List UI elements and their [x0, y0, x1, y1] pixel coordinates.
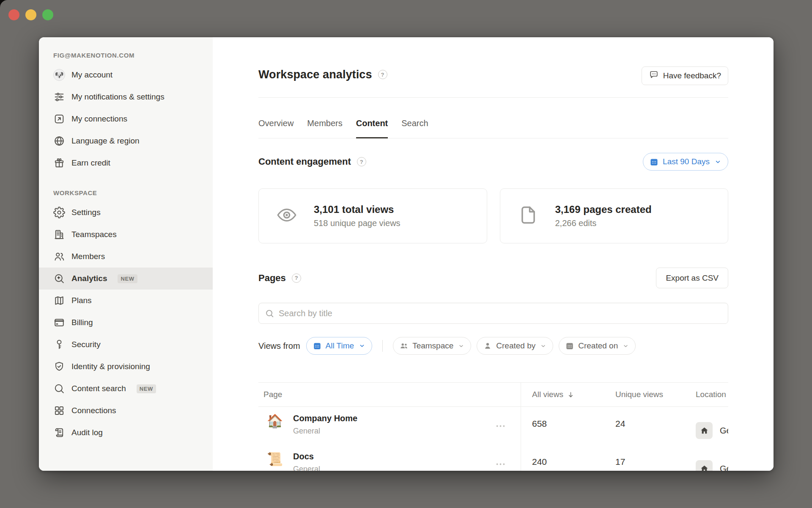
analytics-tabs: Overview Members Content Search [258, 98, 728, 138]
people-icon [399, 341, 409, 351]
eye-icon [276, 204, 298, 228]
chevron-down-icon [458, 343, 464, 349]
search-input[interactable] [279, 309, 722, 318]
page-subtitle: General [293, 465, 320, 471]
page-title-cell[interactable]: Docs [293, 451, 320, 462]
sidebar-item-my-connections[interactable]: My connections [39, 108, 213, 130]
help-icon[interactable]: ? [378, 70, 387, 79]
sidebar-item-analytics[interactable]: Analytics NEW [39, 268, 213, 290]
calendar-icon [649, 157, 659, 167]
unique-views-value: 17 [615, 445, 696, 471]
location-name: General [720, 426, 728, 436]
search-icon [53, 383, 65, 395]
chevron-down-icon [540, 343, 546, 349]
pages-created-value: 3,169 pages created [555, 204, 652, 215]
feedback-bubble-icon [649, 70, 659, 82]
building-icon [53, 229, 65, 240]
zoom-window-button[interactable] [42, 9, 53, 20]
person-icon [483, 341, 492, 351]
chevron-down-icon [359, 342, 365, 349]
settings-window: FIG@MAKENOTION.COM 🐶 My account My notif… [39, 37, 774, 471]
sidebar-item-content-search[interactable]: Content search NEW [39, 378, 213, 400]
sidebar-item-teamspaces[interactable]: Teamspaces [39, 224, 213, 246]
more-options-icon[interactable] [495, 458, 506, 471]
views-from-label: Views from [258, 341, 300, 351]
sidebar-item-language-region[interactable]: Language & region [39, 130, 213, 152]
close-window-button[interactable] [8, 9, 19, 20]
sidebar-item-billing[interactable]: Billing [39, 312, 213, 334]
column-header-location[interactable]: Location [696, 390, 728, 399]
new-badge: NEW [137, 384, 156, 393]
gift-icon [53, 157, 65, 169]
sidebar-item-members[interactable]: Members [39, 246, 213, 268]
more-options-icon[interactable] [495, 420, 506, 433]
total-views-value: 3,101 total views [314, 204, 401, 215]
sidebar-item-identity-provisioning[interactable]: Identity & provisioning [39, 356, 213, 378]
edits-sub: 2,266 edits [555, 218, 652, 228]
user-avatar: 🐶 [53, 69, 65, 81]
location-house-icon [696, 422, 713, 439]
created-on-filter[interactable]: Created on [559, 337, 636, 355]
all-views-value: 658 [521, 407, 615, 445]
sidebar-item-connections[interactable]: Connections [39, 400, 213, 422]
calendar-icon [313, 341, 322, 351]
map-icon [53, 295, 65, 306]
page-title-cell[interactable]: Company Home [293, 413, 357, 424]
sidebar-item-audit-log[interactable]: Audit log [39, 422, 213, 444]
filter-separator [382, 340, 383, 352]
globe-icon [53, 135, 65, 147]
chevron-down-icon [623, 343, 629, 349]
pages-table: Page All views Unique views Location 🏠 [258, 382, 728, 471]
members-icon [53, 251, 65, 262]
tab-overview[interactable]: Overview [258, 119, 294, 138]
workspace-section-label: WORKSPACE [39, 189, 213, 196]
settings-sidebar: FIG@MAKENOTION.COM 🐶 My account My notif… [39, 37, 213, 471]
page-emoji-house: 🏠 [266, 413, 283, 430]
analytics-main-panel: Workspace analytics ? Have feedback? Ove… [213, 37, 774, 471]
help-icon[interactable]: ? [292, 273, 301, 283]
search-icon [265, 309, 274, 318]
key-icon [53, 339, 65, 351]
account-email-label: FIG@MAKENOTION.COM [39, 52, 213, 59]
sidebar-item-security[interactable]: Security [39, 334, 213, 356]
arrow-out-icon [53, 113, 65, 125]
tab-search[interactable]: Search [401, 119, 428, 138]
sidebar-item-settings[interactable]: Settings [39, 202, 213, 224]
calendar-icon [565, 341, 574, 351]
minimize-window-button[interactable] [25, 9, 36, 20]
gear-icon [53, 207, 65, 218]
analytics-icon [53, 273, 65, 284]
table-row[interactable]: 🏠 Company Home General 658 24 [258, 407, 728, 445]
help-icon[interactable]: ? [357, 157, 366, 166]
all-views-value: 240 [521, 445, 615, 471]
sidebar-item-earn-credit[interactable]: Earn credit [39, 152, 213, 174]
column-header-all-views[interactable]: All views [521, 390, 615, 399]
pages-heading: Pages [258, 273, 286, 284]
tab-members[interactable]: Members [307, 119, 342, 138]
sidebar-item-plans[interactable]: Plans [39, 290, 213, 312]
sidebar-item-notifications-settings[interactable]: My notifications & settings [39, 86, 213, 108]
credit-card-icon [53, 317, 65, 329]
column-header-unique-views[interactable]: Unique views [615, 390, 696, 399]
views-from-filter[interactable]: All Time [306, 337, 373, 355]
page-icon [517, 204, 539, 228]
have-feedback-button[interactable]: Have feedback? [642, 66, 728, 85]
export-csv-button[interactable]: Export as CSV [656, 268, 728, 288]
chevron-down-icon [714, 158, 721, 166]
column-header-page[interactable]: Page [258, 390, 521, 399]
pages-created-card: 3,169 pages created 2,266 edits [500, 188, 729, 243]
new-badge: NEW [118, 274, 137, 283]
unique-views-sub: 518 unique page views [314, 218, 401, 228]
window-controls [8, 9, 53, 20]
sidebar-item-my-account[interactable]: 🐶 My account [39, 64, 213, 86]
page-search-field[interactable] [258, 303, 728, 324]
teamspace-filter[interactable]: Teamspace [393, 337, 471, 355]
tab-content[interactable]: Content [356, 119, 388, 138]
table-row[interactable]: 📜 Docs General 240 17 [258, 445, 728, 471]
created-by-filter[interactable]: Created by [477, 337, 553, 355]
page-subtitle: General [293, 427, 357, 436]
desktop-background: FIG@MAKENOTION.COM 🐶 My account My notif… [0, 0, 812, 508]
shield-check-icon [53, 361, 65, 373]
content-engagement-heading: Content engagement [258, 156, 351, 167]
date-range-filter[interactable]: Last 90 Days [643, 153, 728, 171]
